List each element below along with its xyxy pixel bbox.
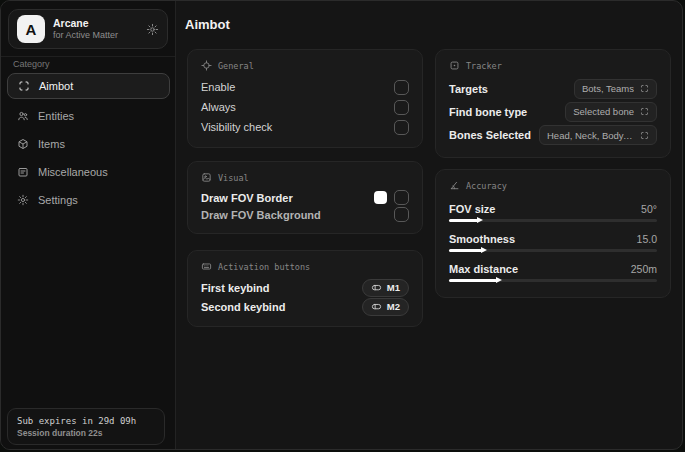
panel-title: Tracker bbox=[466, 61, 502, 71]
sidebar-divider bbox=[1, 56, 175, 57]
smoothness-slider-group: Smoothness 15.0 bbox=[449, 227, 657, 257]
fov-size-slider[interactable] bbox=[449, 219, 657, 222]
app-subtitle: for Active Matter bbox=[53, 30, 138, 41]
smoothness-slider[interactable] bbox=[449, 249, 657, 252]
app-logo: A bbox=[17, 15, 45, 43]
expand-corners-icon bbox=[640, 107, 649, 116]
dropdown-value: Bots, Teams bbox=[582, 83, 634, 94]
setting-label: First keybind bbox=[201, 282, 269, 294]
gear-icon bbox=[17, 194, 29, 206]
sidebar-item-settings[interactable]: Settings bbox=[7, 187, 170, 213]
category-label: Category bbox=[13, 59, 50, 69]
sidebar-item-label: Miscellaneous bbox=[38, 166, 108, 178]
gear-icon[interactable] bbox=[146, 23, 159, 36]
sidebar-item-items[interactable]: Items bbox=[7, 131, 170, 157]
max-distance-slider[interactable] bbox=[449, 279, 657, 282]
panel-title: Activation buttons bbox=[218, 262, 310, 272]
setting-row-draw-fov-background: Draw FOV Background bbox=[201, 206, 409, 223]
setting-row-first-keybind: First keybind M1 bbox=[201, 278, 409, 297]
users-icon bbox=[17, 110, 29, 122]
second-keybind-button[interactable]: M2 bbox=[362, 298, 409, 316]
sidebar-item-label: Aimbot bbox=[39, 80, 73, 92]
slider-fill[interactable] bbox=[449, 249, 482, 252]
app-header-card: A Arcane for Active Matter bbox=[8, 9, 168, 49]
panel-activation-header: Activation buttons bbox=[201, 261, 409, 272]
panel-visual: Visual Draw FOV Border Draw FOV Backgrou… bbox=[187, 161, 423, 234]
expand-corners-icon bbox=[640, 131, 649, 140]
max-distance-slider-group: Max distance 250m bbox=[449, 257, 657, 287]
cube-icon bbox=[17, 138, 29, 150]
fov-size-slider-group: FOV size 50° bbox=[449, 197, 657, 227]
setting-label: Visibility check bbox=[201, 121, 272, 133]
sub-expiry-text: Sub expires in 29d 09h bbox=[17, 416, 155, 426]
setting-label: Draw FOV Border bbox=[201, 192, 293, 204]
slider-value: 15.0 bbox=[637, 233, 657, 245]
sidebar-item-label: Entities bbox=[38, 110, 74, 122]
page-title: Aimbot bbox=[185, 17, 230, 32]
panel-general: General Enable Always Visibility check bbox=[187, 49, 423, 148]
sidebar-item-miscellaneous[interactable]: Miscellaneous bbox=[7, 159, 170, 185]
panel-general-header: General bbox=[201, 60, 409, 71]
panel-title: General bbox=[218, 61, 254, 71]
dropdown-value: Selected bone bbox=[573, 106, 634, 117]
app-window: A Arcane for Active Matter Category Aimb bbox=[0, 0, 683, 450]
setting-row-second-keybind: Second keybind M2 bbox=[201, 297, 409, 316]
panel-visual-header: Visual bbox=[201, 172, 409, 183]
dropdown-value: Head, Neck, Body, Pe.. bbox=[547, 130, 634, 141]
draw-fov-background-checkbox[interactable] bbox=[394, 207, 409, 222]
app-logo-letter: A bbox=[26, 21, 37, 38]
panel-title: Visual bbox=[218, 173, 249, 183]
setting-row-draw-fov-border: Draw FOV Border bbox=[201, 189, 409, 206]
enable-checkbox[interactable] bbox=[394, 80, 409, 95]
fov-border-color-swatch[interactable] bbox=[374, 191, 387, 204]
sidebar-item-label: Settings bbox=[38, 194, 78, 206]
setting-label: Second keybind bbox=[201, 301, 285, 313]
app-title-block: Arcane for Active Matter bbox=[53, 17, 138, 41]
setting-row-targets: Targets Bots, Teams bbox=[449, 77, 657, 100]
setting-row-visibility-check: Visibility check bbox=[201, 117, 409, 137]
panel-tracker-header: Tracker bbox=[449, 60, 657, 71]
slider-fill[interactable] bbox=[449, 219, 478, 222]
list-card-icon bbox=[17, 166, 29, 178]
subscription-card: Sub expires in 29d 09h Session duration … bbox=[7, 408, 165, 445]
visibility-check-checkbox[interactable] bbox=[394, 120, 409, 135]
slider-label: Max distance bbox=[449, 263, 518, 275]
sidebar-item-entities[interactable]: Entities bbox=[7, 103, 170, 129]
find-bone-type-dropdown[interactable]: Selected bone bbox=[565, 102, 657, 122]
expand-corners-icon bbox=[640, 84, 649, 93]
app-name: Arcane bbox=[53, 17, 138, 30]
draw-fov-border-checkbox[interactable] bbox=[394, 190, 409, 205]
setting-label: Always bbox=[201, 101, 236, 113]
targets-dropdown[interactable]: Bots, Teams bbox=[574, 79, 657, 99]
panel-activation-buttons: Activation buttons First keybind M1 Seco… bbox=[187, 250, 423, 327]
session-duration-text: Session duration 22s bbox=[17, 428, 155, 438]
slider-label: FOV size bbox=[449, 203, 495, 215]
slider-value: 250m bbox=[631, 263, 657, 275]
sidebar-item-aimbot[interactable]: Aimbot bbox=[7, 73, 170, 99]
angle-icon bbox=[449, 180, 460, 191]
setting-controls bbox=[374, 190, 409, 205]
slider-fill[interactable] bbox=[449, 279, 497, 282]
bones-selected-dropdown[interactable]: Head, Neck, Body, Pe.. bbox=[539, 125, 657, 145]
radar-box-icon bbox=[449, 60, 460, 71]
crosshair-icon bbox=[201, 60, 212, 71]
setting-row-find-bone-type: Find bone type Selected bone bbox=[449, 100, 657, 123]
keybind-value: M1 bbox=[387, 282, 400, 293]
sidebar: A Arcane for Active Matter Category Aimb bbox=[1, 1, 176, 449]
image-icon bbox=[201, 172, 212, 183]
setting-row-bones-selected: Bones Selected Head, Neck, Body, Pe.. bbox=[449, 124, 657, 147]
mouse-icon bbox=[371, 301, 382, 312]
sidebar-item-label: Items bbox=[38, 138, 65, 150]
setting-label: Draw FOV Background bbox=[201, 209, 321, 221]
panel-accuracy: Accuracy FOV size 50° Smoothness 15.0 Ma… bbox=[435, 169, 671, 298]
mouse-icon bbox=[371, 282, 382, 293]
first-keybind-button[interactable]: M1 bbox=[362, 279, 409, 297]
setting-label: Find bone type bbox=[449, 106, 527, 118]
setting-label: Enable bbox=[201, 81, 235, 93]
slider-label: Smoothness bbox=[449, 233, 515, 245]
always-checkbox[interactable] bbox=[394, 100, 409, 115]
setting-label: Bones Selected bbox=[449, 129, 531, 141]
setting-row-always: Always bbox=[201, 97, 409, 117]
panel-accuracy-header: Accuracy bbox=[449, 180, 657, 191]
crosshair-scan-icon bbox=[18, 80, 30, 92]
